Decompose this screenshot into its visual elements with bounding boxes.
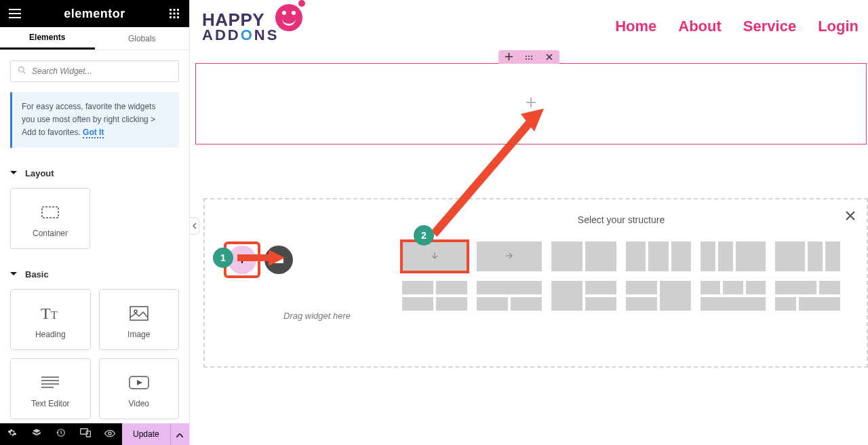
favorites-tip: For easy access, favorite the widgets yo… [10,92,179,148]
settings-button[interactable] [0,423,24,445]
structure-option-2-1[interactable] [775,241,840,271]
nav-home[interactable]: Home [615,18,656,35]
container-icon [41,199,59,226]
svg-rect-4 [174,13,176,15]
heading-icon: TT [41,300,60,327]
panel-collapse-handle[interactable] [190,217,199,235]
tab-globals[interactable]: Globals [95,27,190,50]
sidebar-header: elementor [0,0,189,27]
structure-option-1col-down[interactable] [402,241,467,271]
structure-option-right-stack[interactable] [626,281,691,311]
widget-text-editor[interactable]: Text Editor [10,358,91,419]
structure-option-1col-right[interactable] [477,241,542,271]
drag-handle-icon [525,51,533,63]
structure-close-button[interactable] [845,210,856,224]
svg-point-26 [531,56,532,57]
svg-rect-8 [177,16,179,18]
structure-option-2x2[interactable] [402,281,467,311]
svg-rect-7 [174,16,176,18]
site-header: HAPPY ADDONS Home About Service Login [190,0,868,53]
widget-container[interactable]: Container [10,188,90,249]
svg-point-23 [108,432,111,435]
svg-point-15 [134,310,137,313]
annotation-bubble-1: 1 [213,248,233,268]
widget-label: Container [33,229,68,238]
widget-label: Image [127,330,150,339]
search-icon [18,65,26,77]
svg-rect-6 [170,16,172,18]
structure-option-2col[interactable] [551,241,616,271]
section-close-button[interactable] [539,50,559,64]
responsive-button[interactable] [73,423,98,445]
layers-icon [32,428,41,440]
svg-point-27 [526,58,527,60]
svg-point-25 [528,56,530,57]
svg-point-24 [526,56,527,57]
svg-rect-0 [170,9,172,11]
site-nav: Home About Service Login [615,18,859,35]
search-widget-field[interactable] [10,60,179,82]
sidebar-footer: Update [0,423,189,445]
chevron-down-icon [10,168,21,178]
structure-option-3-over-1[interactable] [701,281,766,311]
responsive-icon [80,428,91,440]
logo-mark-icon [275,4,302,31]
history-icon [56,428,66,440]
tab-elements[interactable]: Elements [0,27,95,50]
logo-line2-pre: ADD [202,26,241,43]
svg-line-32 [434,123,529,234]
nav-service[interactable]: Service [743,18,796,35]
navigator-button[interactable] [24,423,49,445]
structure-option-3col[interactable] [626,241,691,271]
editor-canvas: HAPPY ADDONS Home About Service Login [190,0,868,445]
gear-icon [7,428,17,440]
svg-text:T: T [51,309,58,321]
site-logo[interactable]: HAPPY ADDONS [202,9,279,44]
structure-option-1-2[interactable] [701,241,766,271]
update-options-button[interactable] [170,423,189,445]
logo-line2-o: O [241,26,254,43]
widget-label: Text Editor [31,399,70,408]
section-drag-button[interactable] [519,50,539,64]
eye-icon [104,428,115,440]
search-input[interactable] [26,66,172,76]
category-basic-header[interactable]: Basic [0,263,189,286]
svg-point-29 [531,58,532,60]
category-basic-title: Basic [25,269,49,279]
widget-label: Heading [35,330,66,339]
svg-line-10 [23,71,25,73]
structure-option-left-stack[interactable] [551,281,616,311]
chevron-down-icon [10,269,21,279]
category-layout-header[interactable]: Layout [0,161,189,185]
hamburger-menu-icon[interactable] [7,5,23,22]
brand-logo: elementor [64,7,125,21]
svg-rect-2 [177,9,179,11]
widget-image[interactable]: Image [99,289,180,350]
elementor-sidebar: elementor Elements Globals For e [0,0,190,445]
update-button[interactable]: Update [122,423,170,445]
preview-button[interactable] [98,423,122,445]
tip-got-it-link[interactable]: Got It [83,128,104,138]
sidebar-tabs: Elements Globals [0,27,189,50]
section-add-button[interactable] [498,50,519,64]
structure-option-mosaic[interactable] [775,281,840,311]
svg-rect-3 [170,13,172,15]
apps-grid-icon[interactable] [166,5,182,22]
widget-video[interactable]: Video [99,358,180,419]
drag-widget-hint: Drag widget here [283,311,351,321]
svg-rect-11 [42,207,58,218]
svg-point-9 [19,67,24,73]
svg-point-28 [528,58,530,60]
structure-option-1-over-2[interactable] [477,281,542,311]
svg-rect-5 [177,13,179,15]
svg-rect-1 [174,9,176,11]
svg-text:T: T [41,305,51,322]
nav-about[interactable]: About [678,18,722,35]
history-button[interactable] [49,423,73,445]
nav-login[interactable]: Login [818,18,859,35]
category-layout-title: Layout [25,168,54,178]
close-icon [546,51,553,63]
annotation-bubble-2: 2 [414,225,434,246]
structure-grid [393,241,849,311]
widget-heading[interactable]: TT Heading [10,289,91,350]
